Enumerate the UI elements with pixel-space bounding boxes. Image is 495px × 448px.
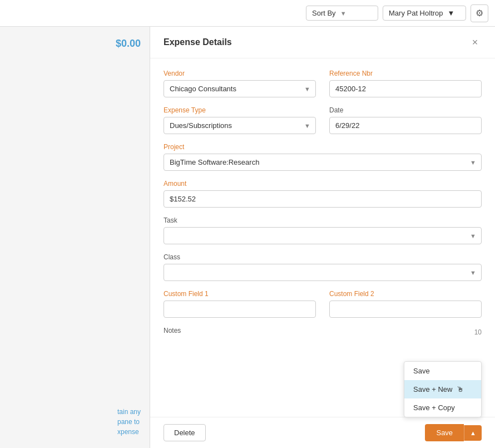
project-group: Project BigTime Software:Research ▼ (164, 143, 482, 171)
save-dropdown-arrow-icon: ▲ (470, 430, 476, 436)
date-group: Date (329, 106, 482, 134)
reference-group: Reference Nbr (329, 70, 482, 97)
expense-footer: Delete Save Save + New 🖱 Save + Copy Sav… (150, 417, 495, 448)
custom-field1-input[interactable] (164, 301, 316, 318)
date-label: Date (329, 106, 482, 114)
custom-field1-group: Custom Field 1 (164, 290, 316, 318)
expense-type-select-wrapper: Dues/Subscriptions ▼ (164, 117, 316, 134)
class-group: Class ▼ (164, 253, 482, 281)
vendor-select-wrapper: Chicago Consultants ▼ (164, 80, 316, 97)
class-row: Class ▼ (164, 253, 482, 281)
task-select-wrapper: ▼ (164, 227, 482, 244)
save-dropdown-menu: Save Save + New 🖱 Save + Copy (404, 361, 482, 417)
notes-row: Notes 10 (164, 327, 482, 340)
hint-text: tain any pane to xpense (117, 407, 141, 437)
custom-field2-group: Custom Field 2 (329, 290, 482, 318)
save-menu-item-save-new[interactable]: Save + New 🖱 (404, 380, 481, 398)
task-label: Task (164, 216, 482, 224)
reference-label: Reference Nbr (329, 70, 482, 77)
notes-count: 10 (474, 328, 482, 336)
expense-panel-title: Expense Details (164, 37, 232, 47)
class-label: Class (164, 253, 482, 261)
cursor-icon: 🖱 (457, 385, 464, 393)
reference-input[interactable] (329, 80, 482, 97)
save-button-group: Save ▲ (425, 424, 482, 441)
left-panel: $0.00 tain any pane to xpense (0, 27, 150, 448)
save-menu-item-save-copy[interactable]: Save + Copy (404, 398, 481, 417)
save-button[interactable]: Save (425, 424, 464, 441)
expense-panel: Expense Details × Vendor Chicago Consult… (150, 27, 495, 448)
vendor-select[interactable]: Chicago Consultants (164, 80, 316, 97)
project-select[interactable]: BigTime Software:Research (164, 154, 482, 171)
save-menu-item-save[interactable]: Save (404, 362, 481, 380)
vendor-reference-row: Vendor Chicago Consultants ▼ Reference N… (164, 70, 482, 97)
amount-label: Amount (164, 180, 482, 188)
delete-button[interactable]: Delete (164, 424, 206, 441)
date-input[interactable] (329, 117, 482, 134)
project-row: Project BigTime Software:Research ▼ (164, 143, 482, 171)
amount-group: Amount (164, 180, 482, 208)
total-amount: $0.00 (116, 38, 141, 50)
custom-fields-row: Custom Field 1 Custom Field 2 (164, 290, 482, 318)
user-dropdown[interactable]: Mary Pat Holtrop ▼ (383, 6, 466, 21)
vendor-group: Vendor Chicago Consultants ▼ (164, 70, 316, 97)
amount-input[interactable] (164, 190, 482, 208)
notes-header: Notes 10 (164, 327, 482, 337)
sort-by-dropdown[interactable]: Sort By ▼ (306, 6, 378, 21)
vendor-label: Vendor (164, 70, 316, 77)
class-select-wrapper: ▼ (164, 264, 482, 281)
close-button[interactable]: × (468, 36, 482, 49)
sort-by-chevron-icon: ▼ (340, 10, 346, 17)
custom-field1-label: Custom Field 1 (164, 290, 316, 298)
class-select[interactable] (164, 264, 482, 281)
task-select[interactable] (164, 227, 482, 244)
expense-header: Expense Details × (150, 27, 495, 58)
settings-button[interactable]: ⚙ (471, 4, 488, 22)
user-name-label: Mary Pat Holtrop (389, 9, 443, 17)
save-dropdown-toggle[interactable]: ▲ (464, 425, 482, 441)
task-row: Task ▼ (164, 216, 482, 244)
custom-field2-input[interactable] (329, 301, 482, 318)
expense-type-select[interactable]: Dues/Subscriptions (164, 117, 316, 134)
amount-row: Amount (164, 180, 482, 208)
sort-by-label: Sort By (312, 9, 336, 17)
task-group: Task ▼ (164, 216, 482, 244)
notes-group: Notes 10 (164, 327, 482, 340)
expense-type-group: Expense Type Dues/Subscriptions ▼ (164, 106, 316, 134)
main-content: $0.00 tain any pane to xpense Expense De… (0, 27, 495, 448)
expense-type-date-row: Expense Type Dues/Subscriptions ▼ Date (164, 106, 482, 134)
notes-label: Notes (164, 327, 181, 334)
custom-field2-label: Custom Field 2 (329, 290, 482, 298)
top-bar: Sort By ▼ Mary Pat Holtrop ▼ ⚙ (0, 0, 495, 27)
project-label: Project (164, 143, 482, 151)
expense-type-label: Expense Type (164, 106, 316, 114)
project-select-wrapper: BigTime Software:Research ▼ (164, 154, 482, 171)
gear-icon: ⚙ (476, 8, 483, 18)
user-chevron-icon: ▼ (448, 9, 455, 17)
